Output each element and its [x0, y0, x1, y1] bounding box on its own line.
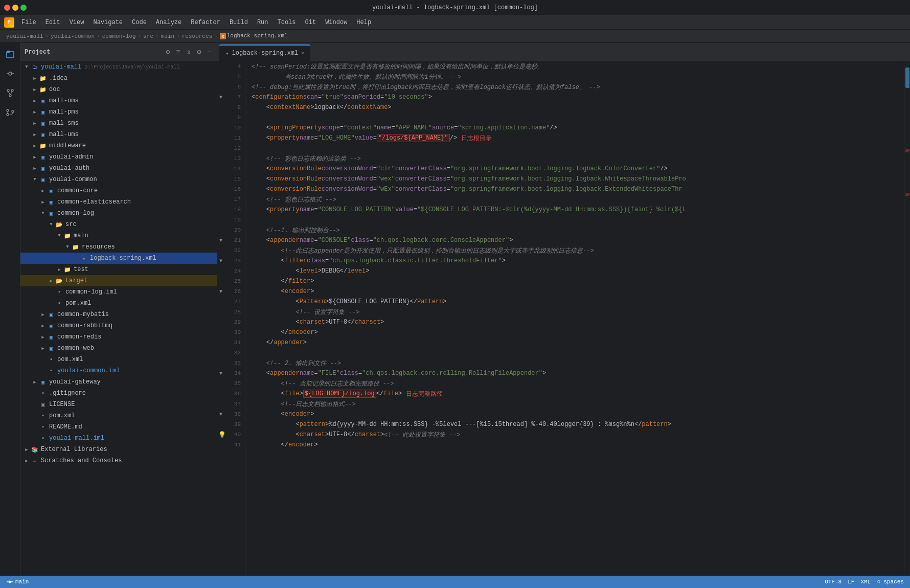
file-tree[interactable]: ▼ 🗂 youlai-mall D:\Projects\Java\My\youl… [20, 61, 217, 576]
tree-item-common-redis[interactable]: ▶ ▣ common-redis [20, 331, 217, 343]
menu-help[interactable]: Help [352, 18, 375, 27]
fold-marker-23[interactable]: ▼ [219, 258, 222, 264]
tree-label-target: target [65, 277, 87, 284]
menu-refactor[interactable]: Refactor [187, 18, 224, 27]
menu-git[interactable]: Git [301, 18, 321, 27]
tree-item-common-elasticsearch[interactable]: ▶ ▣ common-elasticsearch [20, 196, 217, 208]
sidebar-pullrequest-icon[interactable] [1, 103, 19, 122]
tree-item-common-log[interactable]: ▼ ▣ common-log [20, 208, 217, 219]
tree-arrow-redis: ▶ [39, 333, 47, 341]
tree-item-target[interactable]: ▶ 📂 target [20, 275, 217, 286]
minimize-button[interactable] [12, 5, 18, 11]
tree-item-youlai-admin[interactable]: ▶ ▣ youlai-admin [20, 151, 217, 163]
panel-icon-add[interactable]: ⊕ [165, 47, 171, 57]
file-type-status[interactable]: XML [860, 579, 871, 585]
code-editor[interactable]: <!-- scanPeriod:设置监测配置文件是否有修改的时间间隔，如果没有给… [245, 61, 904, 576]
tree-label-gitignore: .gitignore [49, 390, 86, 397]
panel-icon-sort[interactable]: ≡ [175, 47, 181, 57]
indent-status[interactable]: 4 spaces [877, 579, 904, 585]
tree-arrow: ▼ [22, 63, 31, 71]
scroll-overview[interactable] [904, 61, 910, 576]
panel-header: Project ⊕ ≡ ⇕ ⚙ − [20, 43, 217, 61]
tree-item-common-rabbitmq[interactable]: ▶ ▣ common-rabbitmq [20, 320, 217, 331]
panel-icon-close[interactable]: − [207, 47, 213, 57]
sidebar-commit-icon[interactable] [1, 64, 19, 83]
menu-edit[interactable]: Edit [41, 18, 64, 27]
close-button[interactable] [4, 5, 10, 11]
fold-marker-38[interactable]: ▼ [219, 412, 222, 417]
tree-item-youlai-common[interactable]: ▼ ▣ youlai-common [20, 174, 217, 185]
breadcrumb-5[interactable]: main [161, 33, 174, 39]
menu-window[interactable]: Window [321, 18, 351, 27]
panel-icon-collapse[interactable]: ⇕ [186, 47, 192, 57]
tree-item-gitignore[interactable]: ▶ ▪ .gitignore [20, 388, 217, 399]
tree-item-mall-sms[interactable]: ▶ ▣ mall-sms [20, 118, 217, 129]
tree-item-mall-ums[interactable]: ▶ ▣ mall-ums [20, 129, 217, 140]
tree-item-middleware[interactable]: ▶ 📁 middleware [20, 140, 217, 151]
tree-item-common-web[interactable]: ▶ ▣ common-web [20, 343, 217, 354]
breadcrumb-6[interactable]: resources [182, 33, 212, 39]
tree-label-scratches: Scratches and Consoles [41, 457, 122, 464]
panel-icon-settings[interactable]: ⚙ [196, 47, 202, 57]
tree-item-pom-common[interactable]: ▶ ▪ pom.xml [20, 354, 217, 365]
tree-item-mall-oms[interactable]: ▶ ▣ mall-oms [20, 95, 217, 106]
line-6: 6 [217, 82, 245, 92]
tree-item-test[interactable]: ▶ 📁 test [20, 264, 217, 275]
menu-view[interactable]: View [65, 18, 88, 27]
tree-item-main[interactable]: ▼ 📁 main [20, 230, 217, 241]
tree-item-doc[interactable]: ▶ 📁 doc [20, 84, 217, 95]
breadcrumb-4[interactable]: src [143, 33, 153, 39]
line-16: 16 [217, 184, 245, 194]
tree-item-youlai-common-iml[interactable]: ▶ ▪ youlai-common.iml [20, 365, 217, 376]
tree-item-src[interactable]: ▼ 📂 src [20, 219, 217, 230]
tree-item-resources[interactable]: ▼ 📁 resources [20, 241, 217, 253]
menu-navigate[interactable]: Navigate [89, 18, 127, 27]
menu-run[interactable]: Run [253, 18, 272, 27]
breadcrumb-1[interactable]: youlai-mall [6, 33, 43, 39]
menu-tools[interactable]: Tools [274, 18, 300, 27]
encoding-status[interactable]: UTF-8 [825, 579, 841, 585]
menu-file[interactable]: File [17, 18, 40, 27]
tree-item-common-core[interactable]: ▶ ▣ common-core [20, 185, 217, 196]
code-line-37: <!--日志文档输出格式--> [252, 399, 898, 409]
svg-rect-3 [7, 51, 10, 53]
tree-item-external-libs[interactable]: ▶ 📚 External Libraries [20, 444, 217, 455]
module-icon-auth: ▣ [39, 164, 47, 172]
tree-item-mall-pms[interactable]: ▶ ▣ mall-pms [20, 106, 217, 118]
maximize-button[interactable] [20, 5, 27, 11]
fold-marker-21[interactable]: ▼ [219, 238, 222, 243]
sidebar-git-icon[interactable] [1, 84, 19, 102]
tree-item-pom-root[interactable]: ▶ ▪ pom.xml [20, 410, 217, 421]
tree-label-common-log-iml: common-log.iml [65, 288, 117, 296]
tree-item-license[interactable]: ▶ ▣ LICENSE [20, 399, 217, 410]
tree-item-youlai-auth[interactable]: ▶ ▣ youlai-auth [20, 163, 217, 174]
tree-item-common-log-iml[interactable]: ▶ ▪ common-log.iml [20, 286, 217, 298]
tree-arrow-youlai-admin: ▶ [31, 153, 39, 161]
editor-tab-logback[interactable]: ✦ logback-spring.xml ✕ [219, 44, 310, 61]
menu-build[interactable]: Build [225, 18, 252, 27]
line-40: 💡 40 [217, 429, 245, 440]
fold-marker-26[interactable]: ▼ [219, 289, 222, 295]
line-ending-status[interactable]: LF [848, 579, 854, 585]
tree-item-youlai-gateway[interactable]: ▶ ▣ youlai-gateway [20, 376, 217, 388]
tree-item-logback-xml[interactable]: ▶ ✦ logback-spring.xml [20, 253, 217, 264]
vcs-status[interactable]: main [6, 578, 29, 585]
tree-item-common-mybatis[interactable]: ▶ ▣ common-mybatis [20, 309, 217, 320]
line-26: ▼ 26 [217, 286, 245, 297]
tree-item-youlai-mall[interactable]: ▼ 🗂 youlai-mall D:\Projects\Java\My\youl… [20, 61, 217, 73]
tree-item-readme[interactable]: ▶ ▪ README.md [20, 421, 217, 433]
tree-item-pom-common-log[interactable]: ▶ ▪ pom.xml [20, 298, 217, 309]
tree-item-idea[interactable]: ▶ 📁 .idea [20, 73, 217, 84]
tree-item-youlai-mall-iml[interactable]: ▶ ▪ youlai-mall.iml [20, 433, 217, 444]
module-icon-rabbitmq: ▣ [47, 322, 55, 330]
fold-marker-7[interactable]: ▼ [219, 95, 222, 100]
breadcrumb-3[interactable]: common-log [102, 33, 136, 39]
menu-analyze[interactable]: Analyze [152, 18, 186, 27]
menu-code[interactable]: Code [128, 18, 151, 27]
breadcrumb-2[interactable]: youlai-common [51, 33, 95, 39]
tree-item-scratches[interactable]: ▶ ✏ Scratches and Consoles [20, 455, 217, 466]
line-38: ▼ 38 [217, 409, 245, 419]
sidebar-project-icon[interactable] [1, 45, 19, 63]
fold-marker-34[interactable]: ▼ [219, 371, 222, 376]
tab-close-button[interactable]: ✕ [301, 50, 304, 56]
